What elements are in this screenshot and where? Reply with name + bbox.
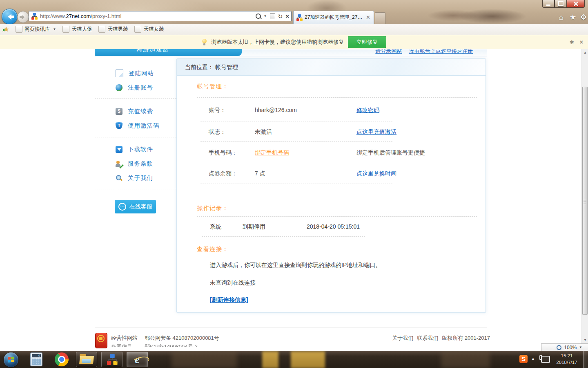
register-link[interactable]: 没有帐号？点这里快速注册 — [409, 49, 473, 54]
account-value: hhark@126.com — [255, 107, 297, 113]
add-favorite-button[interactable]: ★➤ — [3, 26, 11, 33]
settings-gear-icon[interactable]: ⚙ — [579, 13, 588, 22]
section-heading-connection: 查看连接： — [197, 245, 229, 253]
points-label: 点券余额： — [209, 170, 237, 177]
ie-icon — [98, 26, 105, 33]
sidebar-item-login[interactable]: 登陆网站 — [116, 70, 154, 77]
shield-icon: T — [116, 122, 122, 129]
refresh-icon[interactable]: ↻ — [278, 13, 283, 19]
back-button[interactable] — [2, 9, 18, 25]
fix-now-button[interactable]: 立即修复 — [348, 36, 386, 48]
record-action: 到期停用 — [243, 223, 265, 231]
divider — [200, 141, 392, 142]
connection-description: 进入游戏后，你可以在这里直接查询到你玩的游戏的IP地址和端口。 — [210, 262, 381, 269]
favorite-item-tmall-men[interactable]: 天猫男装 — [98, 26, 128, 33]
folder-icon — [80, 354, 94, 365]
online-service-button[interactable]: ··· 在线客服 — [115, 200, 156, 213]
police-record-text: 鄂公网安备 42108702000081号 — [145, 334, 219, 342]
sidebar-item-register[interactable]: 注册账号 — [116, 84, 153, 92]
tab-title: 27加速器的帐号管理_27加... — [305, 14, 365, 21]
wallpaper-patch — [441, 351, 490, 368]
search-dropdown-icon[interactable]: ▼ — [264, 14, 267, 18]
forward-button[interactable] — [17, 11, 29, 23]
tab-close-icon[interactable]: ✕ — [366, 14, 370, 20]
stop-icon[interactable]: × — [285, 13, 289, 19]
footer-about-link[interactable]: 关于我们 — [392, 334, 413, 342]
scrollbar-thumb[interactable] — [582, 87, 588, 315]
address-bar-icons: ▼ ↻ × — [256, 13, 289, 19]
tray-sogou-icon[interactable]: S — [519, 355, 528, 363]
sidebar-item-about[interactable]: 关于我们 — [116, 174, 153, 182]
sidebar-divider — [95, 137, 176, 137]
start-button[interactable] — [4, 352, 18, 367]
taskbar-ie-button[interactable]: e — [127, 352, 148, 367]
recharge-activate-link[interactable]: 点这里充值激活 — [356, 128, 396, 136]
tray-time: 15:21 — [552, 352, 581, 359]
new-tab-button[interactable] — [375, 12, 385, 24]
exchange-time-link[interactable]: 点这里兑换时间 — [356, 170, 396, 177]
notification-settings-icon[interactable]: ✱ — [570, 39, 574, 45]
chat-dots-icon: ··· — [118, 203, 126, 211]
sidebar-item-terms[interactable]: 服务条款 — [116, 160, 153, 168]
browser-zoom-control[interactable]: 100% ▼ — [541, 343, 588, 351]
favorites-star-icon[interactable]: ★ — [568, 13, 578, 22]
page-icon — [116, 70, 123, 77]
url-text[interactable]: http://www.27net.com/proxy-1.html — [40, 13, 121, 19]
zoom-dropdown-icon[interactable]: ▼ — [579, 346, 582, 349]
tray-clock[interactable]: 15:21 2018/7/17 — [552, 352, 581, 366]
magnifier-icon — [116, 175, 122, 182]
favorite-item-feeds[interactable]: 网页快讯库 ▼ — [16, 26, 56, 33]
divider — [197, 97, 477, 98]
header-links: 请登录网站 没有帐号？点这里快速注册 — [370, 49, 473, 55]
account-label: 账号： — [209, 107, 226, 114]
taskbar-calculator-icon[interactable]: 0 — [30, 352, 42, 366]
divider — [200, 121, 392, 121]
ie-icon — [134, 26, 141, 33]
windows-flag-icon — [8, 357, 14, 363]
refresh-connection-link[interactable]: [刷新连接信息] — [210, 296, 248, 304]
minimize-button[interactable] — [542, 0, 555, 8]
lightbulb-icon — [202, 39, 207, 46]
tray-date: 2018/7/17 — [552, 359, 581, 366]
minimize-icon — [546, 4, 550, 6]
taskbar-explorer-button[interactable] — [76, 352, 97, 367]
tray-show-hidden-icon[interactable]: ▲ — [531, 357, 535, 361]
favorite-item-tmall-women[interactable]: 天猫女装 — [134, 26, 164, 33]
home-icon[interactable]: ⌂ — [556, 13, 566, 22]
site-logo-banner: 网游加速器 — [95, 49, 242, 56]
search-icon[interactable] — [256, 13, 261, 19]
compatibility-view-icon[interactable] — [270, 13, 275, 19]
person-check-icon — [116, 160, 122, 167]
show-desktop-button[interactable] — [583, 351, 588, 368]
points-value: 7 点 — [255, 170, 265, 177]
browser-tab[interactable]: 27加速器的帐号管理_27加... ✕ — [293, 11, 374, 24]
status-label: 状态： — [209, 128, 226, 136]
sidebar-item-download[interactable]: 下载软件 — [116, 146, 153, 153]
site-favicon — [31, 13, 38, 20]
scroll-down-arrow-icon[interactable]: ▼ — [582, 337, 588, 343]
notification-close-icon[interactable]: × — [580, 39, 583, 45]
change-password-link[interactable]: 修改密码 — [356, 107, 379, 114]
login-link[interactable]: 请登录网站 — [375, 49, 402, 54]
address-bar[interactable]: http://www.27net.com/proxy-1.html ▼ ↻ × — [29, 11, 292, 21]
phone-note: 绑定手机后管理账号更便捷 — [356, 149, 425, 157]
divider — [200, 163, 392, 163]
maximize-button[interactable] — [555, 0, 567, 8]
footer-contact-link[interactable]: 联系我们 — [417, 334, 438, 342]
web-page: 请登录网站 没有帐号？点这里快速注册 网游加速器 登陆网站 注册账号 $ 充值续… — [0, 49, 581, 351]
favorite-item-tmall-promo[interactable]: 天猫大促 — [62, 26, 92, 33]
close-button[interactable] — [567, 0, 585, 8]
favorites-bar: ★➤ 网页快讯库 ▼ 天猫大促 天猫男装 天猫女装 — [0, 24, 588, 35]
licence-badge-icon[interactable] — [95, 333, 107, 348]
sidebar-item-recharge[interactable]: $ 充值续费 — [116, 108, 153, 115]
bind-phone-link[interactable]: 绑定手机号码 — [255, 149, 289, 157]
tray-network-icon[interactable] — [541, 356, 550, 363]
tab-favicon — [296, 14, 303, 21]
taskbar-chrome-icon[interactable] — [55, 352, 69, 366]
vertical-scrollbar[interactable]: ▲ ▼ — [581, 49, 588, 343]
sidebar-item-activation-code[interactable]: T 使用激活码 — [116, 122, 160, 130]
taskbar-netapp-button[interactable] — [101, 352, 122, 367]
section-heading-history: 操作记录： — [197, 204, 229, 212]
scroll-up-arrow-icon[interactable]: ▲ — [582, 49, 588, 56]
notification-message: 浏览器版本太旧，上网卡慢，建议您使用猎豹浏览器修复 — [211, 38, 344, 46]
